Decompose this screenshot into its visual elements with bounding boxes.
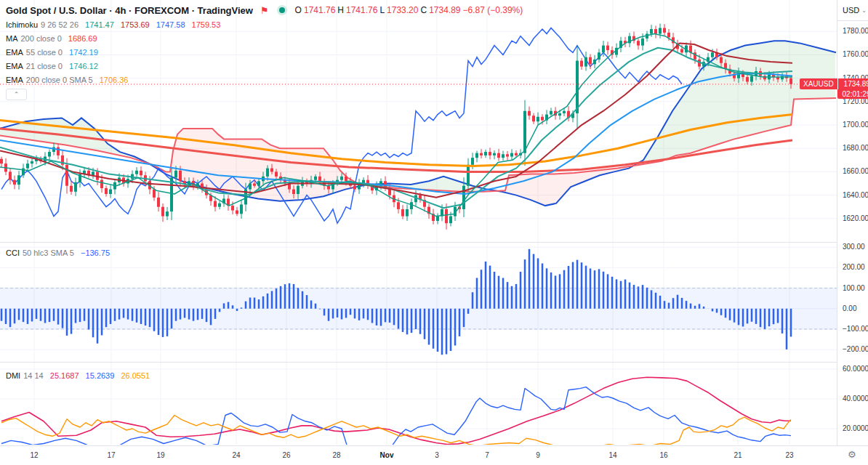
cci-value: −136.75 [81, 248, 110, 257]
price-axis-label: 1700.00 [843, 121, 868, 129]
cci-pane [0, 249, 837, 355]
cci-axis-label: −200.00 [843, 345, 868, 353]
ohlc-values: O1741.76 H1741.76 L1733.20 C1734.89 −6.8… [295, 5, 523, 15]
indicator-params: 55 close 0 [26, 48, 63, 57]
ichimoku-lead-value: 1759.53 [192, 20, 221, 29]
indicator-name: EMA [6, 76, 23, 84]
indicator-name: Ichimoku [6, 20, 38, 29]
indicator-params: 21 close 0 [26, 62, 63, 70]
cci-legend-row[interactable]: CCI50 hlc3 SMA 5 −136.75 [6, 248, 110, 257]
tradingview-chart-window: Gold Spot / U.S. Dollar · 4h · FOREXCOM … [0, 0, 868, 465]
last-price-tag: XAUUSD 1734.89 02:01:29 [800, 78, 868, 99]
dmi-line-di [1, 387, 791, 448]
indicator-name: CCI [6, 248, 20, 257]
indicator-row-ema200[interactable]: EMA200 close 0 SMA 5 1706.36 [6, 73, 523, 86]
indicator-params: 50 hlc3 SMA 5 [23, 248, 74, 257]
bar-countdown: 02:01:29 [837, 89, 868, 99]
symbol-tag: XAUUSD [800, 78, 837, 89]
dmi-plus-di-value: 15.2639 [86, 371, 115, 380]
indicator-row-ma200[interactable]: MA200 close 0 1686.69 [6, 31, 523, 45]
cci-axis-label: 0.00 [843, 304, 856, 312]
price-axis-label: 1780.00 [843, 27, 868, 35]
time-axis-label: 26 [282, 451, 290, 459]
time-axis-label: Nov [380, 451, 394, 459]
ichimoku-lagging-value: 1747.58 [156, 20, 185, 29]
price-axis-label: 1680.00 [843, 144, 868, 152]
low-value: 1733.20 [387, 5, 418, 15]
dmi-line-di [1, 416, 791, 446]
dmi-axis-label: 40.0000 [843, 395, 868, 403]
time-axis-label: 3 [435, 451, 439, 459]
dmi-adx-value: 25.1687 [50, 371, 79, 380]
ema200-value: 1706.36 [100, 76, 129, 84]
market-status-icon[interactable] [279, 7, 285, 13]
indicator-name: EMA [6, 48, 23, 57]
ichimoku-base-value: 1753.69 [121, 20, 150, 29]
dmi-legend-row[interactable]: DMI14 14 25.1687 15.2639 26.0551 [6, 371, 150, 380]
high-label: H [337, 5, 344, 15]
dmi-pane [1, 377, 791, 448]
price-axis-label: 1760.00 [843, 50, 868, 58]
chevron-up-icon: ⌃ [14, 91, 20, 98]
indicator-params: 9 26 52 26 [41, 20, 79, 29]
time-axis-label: 17 [107, 451, 115, 459]
time-axis-label: 9 [536, 451, 540, 459]
indicator-name: DMI [6, 371, 20, 380]
symbol-title: Gold Spot / U.S. Dollar · 4h · FOREXCOM … [6, 5, 253, 16]
dmi-axis-label: 20.0000 [843, 424, 868, 432]
dmi-minus-di-value: 26.0551 [121, 371, 150, 380]
high-value: 1741.76 [346, 5, 377, 15]
price-axis[interactable]: USD ⌄ 1780.001760.001740.001720.001700.0… [837, 0, 868, 445]
time-axis-label: 21 [734, 451, 742, 459]
ema55-value: 1742.19 [69, 48, 98, 57]
symbol-header-row[interactable]: Gold Spot / U.S. Dollar · 4h · FOREXCOM … [6, 3, 523, 17]
currency-selector[interactable]: USD ⌄ [837, 0, 868, 21]
chevron-down-icon: ⌄ [861, 7, 867, 14]
cci-axis-label: 100.00 [843, 284, 865, 292]
ma200-value: 1686.69 [68, 34, 97, 43]
indicator-name: EMA [6, 62, 23, 70]
indicator-row-ichimoku[interactable]: Ichimoku9 26 52 26 1741.47 1753.69 1747.… [6, 17, 523, 31]
close-value: 1734.89 [429, 5, 460, 15]
low-label: L [379, 5, 385, 15]
collapse-legend-button[interactable]: ⌃ [6, 89, 27, 100]
cci-axis-label: −100.00 [843, 325, 868, 333]
time-axis-label: 23 [785, 451, 793, 459]
time-axis-label: 12 [30, 451, 38, 459]
dmi-axis-label: 60.0000 [843, 365, 868, 373]
time-axis[interactable]: 121719242628Nov37914162123 ⚙ [0, 445, 868, 465]
time-axis-label: 24 [232, 451, 240, 459]
open-label: O [295, 5, 302, 15]
main-legend: Gold Spot / U.S. Dollar · 4h · FOREXCOM … [6, 3, 523, 100]
time-axis-label: 28 [332, 451, 340, 459]
time-axis-label: 16 [659, 451, 667, 459]
indicator-name: MA [6, 34, 18, 43]
currency-label: USD [843, 6, 859, 15]
indicator-row-ema55[interactable]: EMA55 close 0 1742.19 [6, 45, 523, 59]
ema21-value: 1746.12 [69, 62, 98, 70]
close-label: C [420, 5, 427, 15]
indicator-params: 200 close 0 SMA 5 [26, 76, 93, 84]
price-axis-label: 1620.00 [843, 214, 868, 222]
open-value: 1741.76 [304, 5, 335, 15]
indicator-params: 14 14 [23, 371, 44, 380]
time-axis-label: 14 [608, 451, 616, 459]
cci-axis-label: 200.00 [843, 263, 865, 271]
indicator-params: 200 close 0 [21, 34, 62, 43]
change-value: −6.87 (−0.39%) [463, 5, 523, 15]
cci-axis-label: 300.00 [843, 243, 865, 251]
indicator-row-ema21[interactable]: EMA21 close 0 1746.12 [6, 59, 523, 73]
flag-icon[interactable]: ⚑ [260, 6, 269, 15]
settings-gear-icon[interactable]: ⚙ [848, 449, 856, 460]
ichimoku-conversion-value: 1741.47 [85, 20, 114, 29]
price-axis-label: 1640.00 [843, 191, 868, 199]
time-axis-label: 19 [156, 451, 164, 459]
last-price-value: 1734.89 [838, 78, 868, 89]
price-axis-label: 1660.00 [843, 167, 868, 175]
time-axis-label: 7 [485, 451, 489, 459]
